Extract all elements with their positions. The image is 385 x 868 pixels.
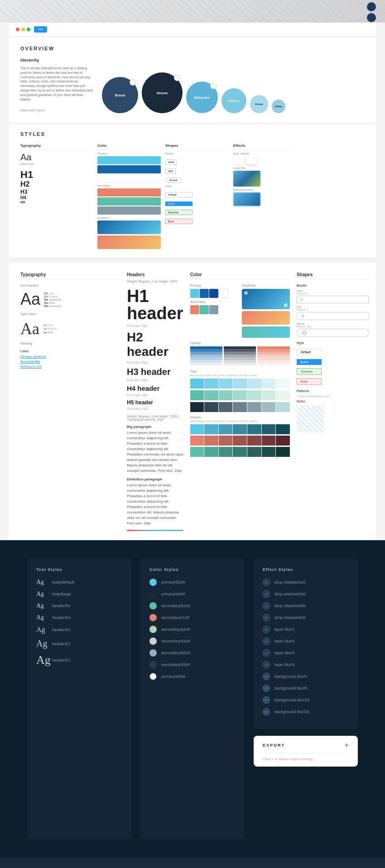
tint-g-4	[233, 390, 247, 400]
effect-icon-ds200	[263, 590, 270, 598]
label-d400: primary/d400	[161, 592, 185, 596]
active-btn[interactable]: Active	[297, 359, 322, 365]
overview-title: OVERVIEW	[20, 46, 365, 51]
tints-description: Mixing base color with white. Increments…	[190, 374, 290, 377]
link-writing-ux[interactable]: Writing in UX	[20, 364, 120, 369]
h2-mini: H2	[20, 180, 93, 188]
gradient-warm-mini	[97, 235, 161, 249]
tint-b-6	[262, 379, 276, 388]
opacity-col-3	[257, 346, 289, 365]
color-styles-card: Color Styles primary/b200 primary/d400 s…	[140, 558, 245, 839]
color-style-g100: secondary/g100	[149, 626, 236, 633]
effect-icon-lb2	[263, 638, 270, 645]
h5-size: Font size: 14pt	[127, 407, 183, 410]
effect-drop-400: drop shadow/400	[263, 614, 349, 621]
paragraph-label: Big paragraph	[127, 425, 183, 429]
error-btn[interactable]: Error	[297, 378, 322, 385]
shade-b-3	[219, 424, 233, 434]
headers-body-column: Headers Weight: Regular | Line height: 1…	[127, 272, 183, 531]
label-bb8: background blur/8	[274, 686, 307, 691]
h3-header: H3 header	[127, 367, 183, 377]
bg-blur-demo	[233, 192, 260, 206]
link-accessibility[interactable]: Accessibility	[20, 360, 120, 364]
url-bar: •••	[34, 26, 47, 33]
label-ds400: drop shadow/400	[274, 615, 306, 620]
extrabold-variant: Aa Extrabold	[44, 304, 62, 307]
overview-section: OVERVIEW Hierarchy This is all was inten…	[9, 37, 376, 122]
effect-icon-lb3	[263, 649, 270, 657]
style-mini-label: Style	[165, 185, 229, 187]
dot-white	[149, 673, 157, 680]
figma-badge: Made with Figma	[20, 109, 44, 112]
aa-large-2: Aa	[20, 319, 39, 338]
flows-circle: Flows	[250, 95, 268, 113]
effects-mini-label: Effects	[233, 144, 297, 149]
ag-h5: Ag	[36, 602, 48, 609]
shade-b-5	[247, 424, 261, 434]
opacity-label: Opacity	[190, 341, 290, 345]
label-d300: secondary/d300	[161, 662, 190, 667]
label-bb16: background blur/16	[274, 698, 309, 702]
export-hint: Click + to add an export setting	[263, 757, 349, 761]
effect-icon-lb4	[263, 661, 270, 668]
gradient-1	[242, 289, 290, 309]
tint-blue-row	[190, 379, 290, 388]
effect-card-inner: Effect Styles drop shadow/100	[254, 558, 358, 729]
opacity-section: Opacity	[190, 341, 290, 365]
close-button[interactable]	[16, 28, 19, 31]
success-btn[interactable]: Success	[297, 368, 322, 375]
layer-blur-label-mini: Layer Blur	[233, 167, 297, 169]
label-r100: secondary/r100	[161, 615, 189, 620]
maximize-button[interactable]	[27, 28, 30, 31]
d400b-swatch	[209, 289, 218, 298]
color-mini-label: Color	[97, 144, 161, 149]
typography-column: Typography Font families Aa Aa Light Aa …	[20, 272, 120, 531]
atoms-circle: Atoms	[142, 72, 183, 113]
drop-shadow-mini-label: Drop shadow	[233, 152, 297, 155]
swatch-b200	[97, 156, 161, 164]
soft-border: Soft	[165, 168, 176, 174]
color-style-white: primary/white	[149, 673, 236, 680]
bottom-dark-section: Text Styles Ag body/default Ag body/larg…	[0, 540, 385, 857]
effect-icon-ds100	[263, 579, 270, 586]
shade-warm-row	[190, 436, 290, 446]
shade-w-7	[276, 436, 290, 446]
effect-drop-100: drop shadow/100	[263, 579, 349, 586]
open-sans-label: Open Sans	[20, 312, 120, 316]
open-sans-variants: Aa Aa Light Aa Regular Aa Semibold Aa Bo…	[20, 290, 120, 309]
brand-circle: Brand	[102, 77, 138, 113]
link-design-systems[interactable]: Design systems	[20, 355, 120, 359]
effect-drop-300: drop shadow/300	[263, 602, 349, 609]
label-g100: secondary/g100	[161, 627, 190, 632]
circle-flows: Flows	[250, 95, 268, 113]
effect-styles-card: Effect Styles drop shadow/100	[254, 558, 358, 839]
open-sans-demo: Aa Open Sans	[20, 152, 34, 165]
svg-point-15	[266, 664, 267, 666]
text-style-body-default: Ag body/default	[36, 579, 122, 586]
effect-bg-4: background blur/4	[263, 673, 349, 680]
atoms-label: Atoms	[157, 91, 168, 95]
primary-mini-label: Primary	[97, 152, 161, 155]
dot-b200	[149, 579, 157, 586]
default-btn[interactable]: Default	[297, 349, 322, 355]
h5-mini: H5	[20, 200, 93, 204]
minimize-button[interactable]	[21, 28, 25, 31]
export-plus-button[interactable]: +	[345, 741, 349, 749]
tint-d-1	[190, 402, 204, 412]
regular-variant: Aa Regular	[44, 295, 62, 298]
text-style-h5: Ag header/h5	[36, 602, 122, 609]
h1-size: Font size: 48pt	[127, 324, 183, 327]
grad-dot-1	[244, 291, 248, 295]
round-demo: ◯	[297, 329, 369, 337]
white-swatch	[219, 289, 228, 298]
effects-mini: Effects Drop shadow Layer Blur Backgroun…	[233, 144, 297, 250]
color-section-title: Color	[190, 272, 290, 279]
typography-mini: Typography Aa Open Sans H1 H2 H3 H4 H5	[20, 144, 93, 250]
grad-dot-2	[284, 303, 288, 307]
raleway-light: Aa Light	[43, 323, 57, 327]
style-column-label: Style	[297, 341, 369, 345]
shade-g-1	[190, 447, 204, 457]
image-with-blur	[233, 171, 260, 187]
h3-mini: H3	[20, 189, 93, 195]
color-style-b200: primary/b200	[149, 579, 236, 586]
